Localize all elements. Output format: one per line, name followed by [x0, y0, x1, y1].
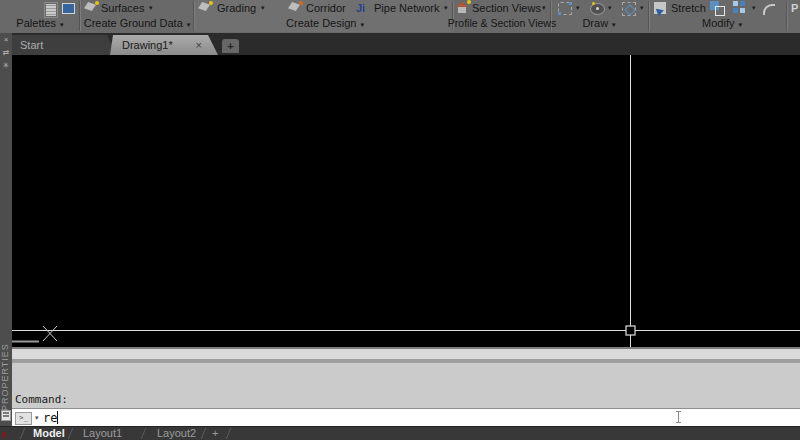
chevron-down-icon[interactable]: ▾	[261, 0, 265, 16]
chevron-down-icon[interactable]: ▾	[149, 0, 153, 16]
tab-separator	[201, 428, 206, 439]
tab-start[interactable]: Start	[12, 35, 117, 55]
autohide-icon[interactable]: ✳	[0, 61, 12, 71]
panel-separator	[786, 1, 788, 31]
panel-separator	[193, 1, 195, 31]
tab-drawing1[interactable]: Drawing1* ×	[110, 35, 218, 55]
section-views-button[interactable]: Section Views	[472, 0, 541, 16]
fillet-icon[interactable]	[762, 2, 775, 14]
pipe-network-icon[interactable]: Ji	[356, 1, 371, 15]
properties-palette-bar[interactable]: × ⇄ ✳ PROPERTIES	[0, 33, 12, 440]
surfaces-icon[interactable]	[84, 2, 98, 14]
canvas-graphics	[12, 55, 800, 347]
scale-icon[interactable]	[710, 1, 725, 15]
tab-separator	[20, 428, 25, 439]
tab-layout1[interactable]: Layout1	[83, 427, 122, 440]
ribbon: Surfaces ▾ Grading ▾ Corridor Ji Pipe Ne…	[0, 0, 800, 34]
chevron-down-icon[interactable]: ▾	[640, 0, 644, 16]
hatch-icon[interactable]	[622, 2, 636, 16]
panel-separator	[79, 1, 81, 31]
surfaces-button[interactable]: Surfaces	[101, 0, 144, 16]
status-marker	[2, 432, 6, 438]
command-history-line: Command:	[15, 393, 800, 407]
panel-separator	[648, 1, 650, 31]
stretch-button[interactable]: Stretch	[671, 0, 706, 16]
array-icon[interactable]	[733, 1, 746, 14]
polyline-icon[interactable]	[558, 2, 572, 15]
circle-icon[interactable]	[590, 3, 605, 15]
corridor-button[interactable]: Corridor	[306, 0, 346, 16]
move-icon[interactable]: ⇄	[0, 48, 12, 58]
section-views-icon[interactable]	[456, 1, 470, 14]
chevron-down-icon[interactable]: ▾	[608, 0, 612, 16]
tab-layout2[interactable]: Layout2	[157, 427, 196, 440]
chevron-down-icon: ▾	[60, 21, 64, 28]
stretch-icon[interactable]	[654, 2, 666, 14]
command-prompt-icon[interactable]: >_	[15, 412, 32, 425]
command-input-row[interactable]: >_ ▾ re	[12, 408, 800, 427]
app-window: Surfaces ▾ Grading ▾ Corridor Ji Pipe Ne…	[0, 0, 800, 440]
chevron-down-icon[interactable]: ▾	[576, 0, 580, 16]
partial-icon: P	[791, 1, 800, 14]
tab-separator	[68, 428, 73, 439]
close-icon[interactable]: ×	[196, 35, 202, 55]
panel-create-design[interactable]: Create Design▾	[286, 16, 364, 32]
chevron-down-icon: ▾	[612, 21, 616, 28]
panel-draw[interactable]: Draw▾	[582, 16, 615, 32]
command-history: Command: Command: _ai_selall Selecting o…	[12, 363, 800, 408]
chevron-down-icon[interactable]: ▾	[444, 0, 448, 16]
panel-profile-section-views[interactable]: Profile & Section Views	[448, 16, 556, 32]
tab-separator	[226, 428, 231, 439]
recent-commands-icon[interactable]: ▾	[35, 414, 39, 422]
add-layout-button[interactable]: +	[212, 427, 218, 440]
ibeam-cursor	[678, 411, 679, 423]
palette-properties-icon[interactable]	[1, 410, 11, 421]
corridor-icon[interactable]	[288, 2, 302, 14]
chevron-down-icon: ▾	[187, 21, 191, 28]
tab-model[interactable]: Model	[33, 427, 65, 440]
chevron-down-icon[interactable]: ▾	[752, 0, 756, 16]
text-caret	[57, 411, 58, 424]
panel-create-ground-data[interactable]: Create Ground Data▾	[84, 16, 191, 32]
file-tab-bar: Start Drawing1* × +	[12, 33, 800, 55]
chevron-down-icon[interactable]: ▾	[542, 0, 546, 16]
drawing-canvas[interactable]	[12, 55, 800, 347]
command-input[interactable]: re	[43, 410, 57, 426]
grading-icon[interactable]	[198, 2, 212, 14]
tab-separator	[141, 428, 146, 439]
pickbox	[626, 326, 635, 335]
new-tab-button[interactable]: +	[222, 39, 239, 53]
panel-palettes[interactable]: Palettes▾	[16, 16, 63, 32]
layout-tab-bar: Model Layout1 Layout2 +	[0, 426, 800, 440]
chevron-down-icon: ▾	[738, 21, 742, 28]
chevron-down-icon: ▾	[360, 21, 364, 28]
panel-modify[interactable]: Modify▾	[702, 16, 742, 32]
tool-palettes-icon[interactable]	[62, 3, 75, 14]
grading-button[interactable]: Grading	[217, 0, 256, 16]
pipe-network-button[interactable]: Pipe Network	[374, 0, 439, 16]
close-icon[interactable]: ×	[0, 35, 12, 45]
